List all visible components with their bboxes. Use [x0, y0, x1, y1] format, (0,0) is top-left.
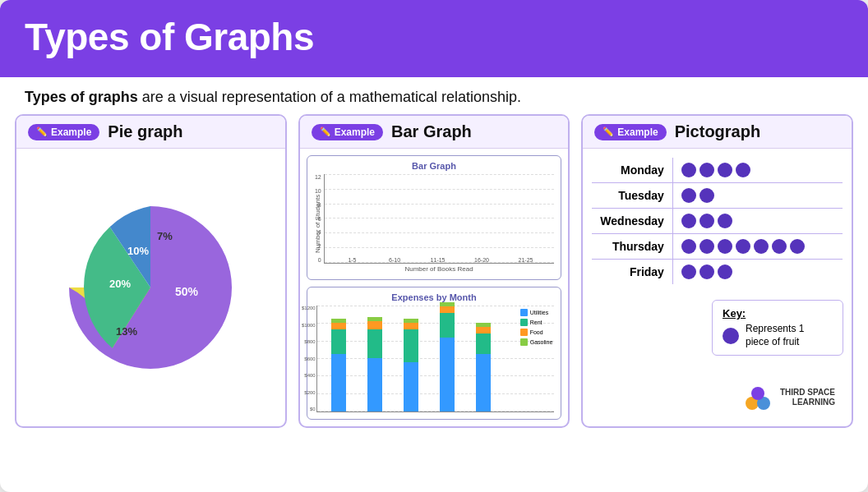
bar-panel-title: Bar Graph — [391, 122, 472, 141]
stacked-bar-chart-inner: $0 $200 $400 $600 $800 $1000 $1200 — [314, 306, 555, 412]
pictograph-panel-title: Pictograph — [675, 122, 760, 141]
bars-and-grid: 0 2 4 6 8 10 12 — [324, 174, 555, 264]
pictograph-dots-monday — [672, 158, 843, 183]
key-dot-icon — [723, 328, 739, 344]
bar-panel: Example Bar Graph Bar Graph Number of St… — [298, 114, 570, 428]
bar-item-2: 6-10 — [388, 255, 401, 263]
pictograph-dots-thursday — [672, 234, 843, 260]
header: Types of Graphs — [0, 0, 868, 77]
stacked-chart-container: Expenses by Month $0 $200 $400 $600 — [307, 287, 562, 420]
pictograph-dots-tuesday — [672, 183, 843, 209]
pie-panel: Example Pie graph — [15, 114, 287, 428]
pictograph-day-wednesday: Wednesday — [592, 209, 673, 234]
tsl-brand-name: THIRD SPACELEARNING — [780, 388, 835, 407]
bar-item-5: 21-25 — [519, 255, 533, 263]
pictograph-day-thursday: Thursday — [592, 234, 673, 260]
pictograph-dots-friday — [672, 260, 843, 285]
bar-chart-inner: Number of Students 0 2 4 6 8 1 — [314, 174, 555, 273]
key-title: Key: — [723, 307, 833, 320]
pictograph-day-tuesday: Tuesday — [592, 183, 673, 209]
stacked-bars — [317, 306, 506, 412]
pictograph-key: Key: Represents 1piece of fruit — [712, 300, 843, 356]
pictograph-panel-body: Monday Tuesday — [583, 149, 852, 426]
bar-example-badge: Example — [312, 124, 383, 140]
pictograph-dots-wednesday — [672, 209, 843, 234]
pictograph-row-thursday: Thursday — [592, 234, 843, 260]
pie-panel-title: Pie graph — [108, 122, 182, 141]
page-container: Types of Graphs Types of graphs are a vi… — [0, 0, 868, 492]
pictograph-day-friday: Friday — [592, 260, 673, 285]
pie-chart-svg — [60, 197, 241, 378]
pictograph-row-friday: Friday — [592, 260, 843, 285]
tsl-logo — [741, 380, 775, 415]
bar-chart-title: Bar Graph — [314, 161, 555, 171]
key-body: Represents 1piece of fruit — [723, 323, 833, 348]
pictograph-example-badge: Example — [594, 124, 666, 140]
pictograph-row-monday: Monday — [592, 158, 843, 183]
pie-panel-body: 50% 13% 20% 10% 7% — [16, 149, 285, 426]
pictograph-table: Monday Tuesday — [591, 157, 843, 285]
pie-container: 50% 13% 20% 10% 7% — [26, 159, 275, 416]
bar-panel-header: Example Bar Graph — [300, 116, 569, 149]
subtitle-bold: Types of graphs — [25, 89, 138, 105]
pictograph-day-monday: Monday — [592, 158, 673, 183]
page-title: Types of Graphs — [25, 15, 843, 59]
stacked-bars-and-grid: $0 $200 $400 $600 $800 $1000 $1200 — [316, 306, 555, 412]
bar-item-1: 1-5 — [345, 255, 358, 263]
stacked-legend: Utilities Rent Food — [520, 309, 553, 346]
pictograph-row-tuesday: Tuesday — [592, 183, 843, 209]
svg-point-7 — [751, 387, 764, 400]
pie-panel-header: Example Pie graph — [16, 116, 285, 149]
bar-item-4: 16-20 — [474, 255, 489, 263]
bars-wrapper: 1-5 6-10 11-15 — [325, 174, 555, 263]
bar-chart-area: 0 2 4 6 8 10 12 — [324, 174, 555, 273]
stacked-chart-title: Expenses by Month — [314, 292, 555, 302]
key-text: Represents 1piece of fruit — [746, 323, 804, 348]
pie-example-badge: Example — [28, 124, 99, 140]
bar-item-3: 11-15 — [431, 255, 446, 263]
bar-panel-body: Bar Graph Number of Students 0 2 4 6 — [300, 149, 569, 426]
tsl-branding: THIRD SPACELEARNING — [591, 375, 843, 418]
subtitle-rest: are a visual representation of a mathema… — [138, 89, 521, 105]
bar-x-axis-label: Number of Books Read — [324, 265, 555, 273]
panels-row: Example Pie graph — [0, 114, 868, 439]
pictograph-panel: Example Pictograph Monday — [581, 114, 853, 428]
pictograph-row-wednesday: Wednesday — [592, 209, 843, 234]
subtitle-row: Types of graphs are a visual representat… — [0, 77, 868, 114]
bar-chart-container: Bar Graph Number of Students 0 2 4 6 — [307, 155, 562, 280]
pictograph-panel-header: Example Pictograph — [583, 116, 852, 149]
stacked-chart-area: $0 $200 $400 $600 $800 $1000 $1200 — [316, 306, 555, 412]
